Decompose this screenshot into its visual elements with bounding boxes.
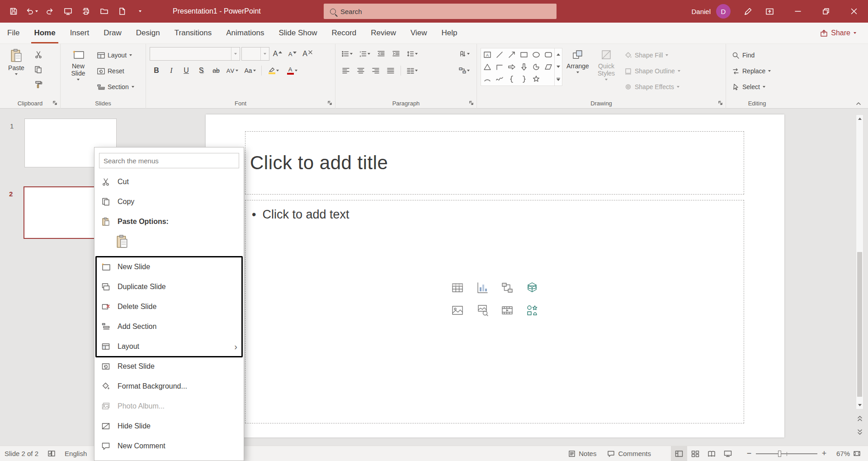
shape-arrow-down-icon[interactable] [518, 61, 530, 73]
align-center-button[interactable] [354, 64, 368, 77]
shapes-more-button[interactable] [555, 73, 562, 86]
restore-button[interactable] [812, 0, 840, 23]
increase-indent-button[interactable] [389, 47, 403, 61]
align-right-button[interactable] [369, 64, 382, 77]
share-button[interactable]: Share [820, 23, 868, 43]
slide-info[interactable]: Slide 2 of 2 [5, 450, 38, 457]
slideshow-view-button[interactable] [720, 446, 736, 461]
tab-home[interactable]: Home [27, 23, 62, 43]
clear-formatting-button[interactable]: A [301, 47, 314, 61]
context-menu-item-copy[interactable]: Copy [94, 192, 244, 212]
tab-animations[interactable]: Animations [219, 23, 271, 43]
bold-button[interactable]: B [150, 64, 163, 77]
tab-review[interactable]: Review [363, 23, 403, 43]
italic-button[interactable]: I [165, 64, 178, 77]
tab-record[interactable]: Record [324, 23, 363, 43]
body-placeholder[interactable]: • Click to add text [245, 200, 744, 423]
fit-slide-to-window-button[interactable] [850, 446, 863, 461]
context-menu-item-layout[interactable]: Layout › [94, 337, 244, 356]
align-left-button[interactable] [339, 64, 353, 77]
text-shadow-button[interactable]: S [194, 64, 208, 77]
next-slide-button[interactable] [856, 426, 863, 438]
paste-option-use-destination-theme-button[interactable] [114, 233, 130, 250]
tab-draw[interactable]: Draw [96, 23, 129, 43]
shape-outline-button[interactable]: Shape Outline [622, 64, 683, 78]
ribbon-display-options-button[interactable] [760, 0, 778, 23]
normal-view-button[interactable] [671, 446, 687, 461]
increase-font-size-button[interactable]: A [271, 47, 284, 61]
insert-picture-icon[interactable] [451, 304, 464, 317]
shape-line-icon[interactable] [493, 48, 505, 61]
zoom-slider-thumb[interactable] [778, 451, 781, 457]
tab-transitions[interactable]: Transitions [167, 23, 219, 43]
reset-button[interactable]: Reset [95, 64, 137, 78]
shape-fill-button[interactable]: Shape Fill [622, 48, 683, 62]
new-document-button[interactable] [113, 0, 131, 23]
decrease-indent-button[interactable] [374, 47, 388, 61]
layout-button[interactable]: Layout [95, 48, 137, 62]
zoom-slider[interactable] [756, 450, 817, 457]
comments-button[interactable]: Comments [602, 446, 656, 461]
previous-slide-button[interactable] [856, 413, 863, 424]
insert-stock-image-icon[interactable] [476, 304, 489, 317]
columns-button[interactable] [404, 64, 420, 77]
new-slide-button[interactable]: New Slide [64, 47, 92, 97]
font-size-combo[interactable] [241, 47, 269, 61]
find-button[interactable]: Find [730, 48, 773, 62]
collapse-ribbon-button[interactable] [855, 101, 862, 106]
tab-view[interactable]: View [403, 23, 434, 43]
context-menu-item-new-slide[interactable]: New Slide [94, 257, 244, 277]
shape-effects-button[interactable]: Shape Effects [622, 80, 683, 94]
strikethrough-button[interactable]: ab [209, 64, 223, 77]
cut-button[interactable] [32, 48, 45, 62]
language-status[interactable]: English [65, 450, 87, 457]
vertical-scrollbar[interactable] [856, 114, 863, 409]
font-name-combo[interactable] [150, 47, 240, 61]
line-spacing-button[interactable] [404, 47, 420, 61]
shape-parallelogram-icon[interactable] [542, 61, 554, 73]
format-painter-button[interactable] [32, 78, 45, 91]
context-menu-search[interactable] [99, 153, 239, 168]
insert-video-icon[interactable] [500, 304, 514, 317]
tab-insert[interactable]: Insert [63, 23, 97, 43]
quick-styles-button[interactable]: Quick Styles [593, 47, 619, 97]
shape-textbox-icon[interactable]: A [481, 48, 493, 61]
text-highlight-color-button[interactable] [265, 64, 282, 77]
context-menu-item-new-comment[interactable]: New Comment [94, 436, 244, 456]
shape-arc-icon[interactable] [481, 73, 493, 85]
insert-icons-icon[interactable] [525, 304, 539, 317]
insert-chart-icon[interactable] [476, 281, 489, 295]
context-menu-item-add-section[interactable]: Add Section [94, 317, 244, 337]
undo-dropdown-arrow[interactable] [35, 10, 38, 12]
insert-table-icon[interactable] [451, 281, 464, 295]
shapes-scroll-down-button[interactable] [555, 61, 562, 73]
slide-canvas[interactable]: Click to add title • Click to add text [206, 114, 784, 437]
decrease-font-size-button[interactable]: A [286, 47, 299, 61]
undo-button[interactable] [23, 0, 41, 23]
shape-triangle-icon[interactable] [481, 61, 493, 73]
shape-elbow-connector-icon[interactable] [493, 61, 505, 73]
customize-qat-button[interactable] [131, 0, 149, 23]
title-placeholder[interactable]: Click to add title [245, 131, 744, 195]
slide-sorter-view-button[interactable] [687, 446, 703, 461]
font-dialog-launcher[interactable] [326, 100, 333, 106]
zoom-in-button[interactable]: + [821, 449, 827, 458]
quick-print-button[interactable] [77, 0, 95, 23]
new-slide-dropdown-arrow[interactable] [77, 79, 80, 81]
section-button[interactable]: Section [95, 80, 137, 94]
tab-help[interactable]: Help [434, 23, 465, 43]
replace-button[interactable]: Replace [730, 64, 773, 78]
minimize-button[interactable] [784, 0, 812, 23]
numbering-button[interactable] [357, 47, 373, 61]
redo-button[interactable] [41, 0, 59, 23]
shapes-scroll-up-button[interactable] [555, 48, 562, 61]
select-button[interactable]: Select [730, 80, 773, 94]
reading-view-button[interactable] [703, 446, 720, 461]
paste-button[interactable]: Paste [4, 47, 29, 97]
ink-pen-button[interactable] [739, 0, 757, 23]
paste-dropdown-arrow[interactable] [15, 73, 18, 75]
shape-star-icon[interactable] [530, 73, 542, 85]
context-menu-item-reset-slide[interactable]: Reset Slide [94, 356, 244, 376]
close-button[interactable] [840, 0, 868, 23]
change-case-button[interactable]: Aa [242, 64, 258, 77]
